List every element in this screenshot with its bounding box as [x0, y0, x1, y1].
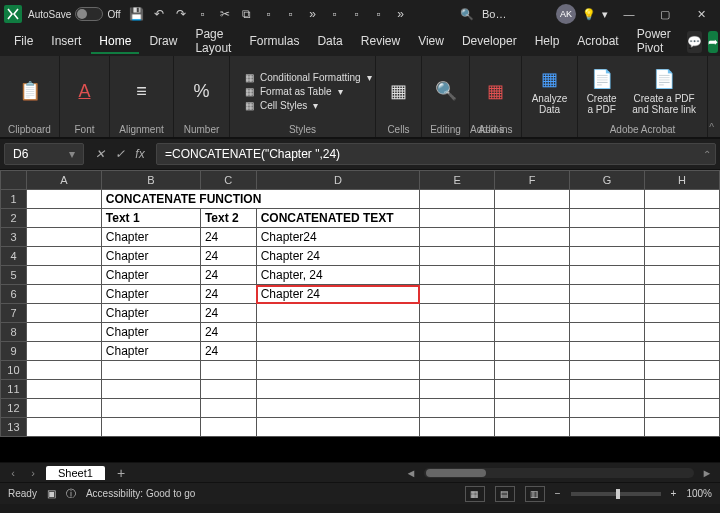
cell[interactable]	[570, 323, 645, 342]
col-header[interactable]: H	[645, 171, 720, 190]
cell[interactable]	[420, 247, 495, 266]
cell[interactable]: Chapter	[101, 266, 200, 285]
search-icon[interactable]: 🔍	[460, 8, 474, 21]
qat-icon[interactable]: ▫	[347, 4, 367, 24]
create-pdf-share-button[interactable]: 📄Create a PDF and Share link	[627, 67, 701, 115]
cell[interactable]	[645, 209, 720, 228]
cell[interactable]	[570, 418, 645, 437]
menu-file[interactable]: File	[6, 30, 41, 54]
cell[interactable]: 24	[200, 323, 256, 342]
scroll-left-icon[interactable]: ◄	[404, 467, 418, 479]
cell[interactable]	[26, 209, 101, 228]
ribbon-collapse-icon[interactable]: ^	[709, 122, 714, 133]
cut-icon[interactable]: ✂	[215, 4, 235, 24]
cell[interactable]	[570, 399, 645, 418]
cell[interactable]	[645, 361, 720, 380]
cell[interactable]	[495, 361, 570, 380]
cell[interactable]	[645, 304, 720, 323]
macro-record-icon[interactable]: ▣	[47, 488, 56, 499]
row-header[interactable]: 7	[1, 304, 27, 323]
cell[interactable]	[26, 247, 101, 266]
cell[interactable]	[570, 266, 645, 285]
cell[interactable]: 24	[200, 247, 256, 266]
cell[interactable]: Chapter	[101, 228, 200, 247]
col-header[interactable]: G	[570, 171, 645, 190]
qat-icon[interactable]: ▫	[259, 4, 279, 24]
formula-bar[interactable]: =CONCATENATE("Chapter ",24) ⌃	[156, 143, 716, 165]
row-header[interactable]: 13	[1, 418, 27, 437]
row-header[interactable]: 5	[1, 266, 27, 285]
spreadsheet-grid[interactable]: A B C D E F G H 1 CONCATENATE FUNCTION 2…	[0, 170, 720, 462]
cell[interactable]	[26, 190, 101, 209]
alignment-button[interactable]: ≡	[130, 79, 154, 103]
scroll-right-icon[interactable]: ►	[700, 467, 714, 479]
cell[interactable]: Chapter24	[256, 228, 420, 247]
cell[interactable]	[256, 323, 420, 342]
cell[interactable]	[495, 285, 570, 304]
cell[interactable]	[570, 304, 645, 323]
cell[interactable]	[420, 323, 495, 342]
menu-developer[interactable]: Developer	[454, 30, 525, 54]
cell[interactable]	[495, 266, 570, 285]
share-button[interactable]: ➦	[708, 31, 718, 53]
cell[interactable]: Chapter 24	[256, 247, 420, 266]
col-header[interactable]: D	[256, 171, 420, 190]
cell[interactable]	[26, 361, 101, 380]
menu-data[interactable]: Data	[309, 30, 350, 54]
cell[interactable]	[26, 304, 101, 323]
cell[interactable]: Chapter	[101, 342, 200, 361]
cell[interactable]	[570, 209, 645, 228]
font-button[interactable]: A	[73, 79, 97, 103]
cell[interactable]	[256, 380, 420, 399]
row-header[interactable]: 12	[1, 399, 27, 418]
cells-button[interactable]: ▦	[387, 79, 411, 103]
cell[interactable]: 24	[200, 266, 256, 285]
cell[interactable]	[645, 399, 720, 418]
lightbulb-icon[interactable]: 💡	[582, 8, 596, 21]
format-as-table-button[interactable]: ▦Format as Table▾	[240, 85, 374, 98]
avatar[interactable]: AK	[556, 4, 576, 24]
menu-formulas[interactable]: Formulas	[241, 30, 307, 54]
menu-insert[interactable]: Insert	[43, 30, 89, 54]
name-box[interactable]: D6 ▾	[4, 143, 84, 165]
save-icon[interactable]: 💾	[127, 4, 147, 24]
zoom-slider[interactable]	[571, 492, 661, 496]
cell[interactable]	[420, 380, 495, 399]
undo-icon[interactable]: ↶	[149, 4, 169, 24]
expand-formula-icon[interactable]: ⌃	[703, 149, 711, 160]
row-header[interactable]: 11	[1, 380, 27, 399]
cell[interactable]	[26, 228, 101, 247]
cell[interactable]	[101, 418, 200, 437]
select-all-button[interactable]	[1, 171, 27, 190]
add-sheet-button[interactable]: +	[111, 465, 131, 481]
sheet-tab[interactable]: Sheet1	[46, 466, 105, 480]
col-header[interactable]: C	[200, 171, 256, 190]
overflow-icon[interactable]: »	[303, 4, 323, 24]
cell[interactable]	[570, 285, 645, 304]
cell[interactable]	[101, 399, 200, 418]
overflow-icon[interactable]: »	[391, 4, 411, 24]
cell[interactable]	[26, 380, 101, 399]
cell[interactable]: Chapter	[101, 285, 200, 304]
cell[interactable]	[495, 323, 570, 342]
cell[interactable]: Text 1	[101, 209, 200, 228]
cell[interactable]	[420, 418, 495, 437]
copy-icon[interactable]: ⧉	[237, 4, 257, 24]
redo-icon[interactable]: ↷	[171, 4, 191, 24]
cell[interactable]: Chapter	[101, 247, 200, 266]
cell[interactable]	[26, 285, 101, 304]
cell[interactable]	[495, 247, 570, 266]
cell[interactable]	[570, 190, 645, 209]
cell[interactable]	[101, 361, 200, 380]
chevron-down-icon[interactable]: ▾	[69, 147, 75, 161]
cell[interactable]	[570, 247, 645, 266]
editing-button[interactable]: 🔍	[434, 79, 458, 103]
cell[interactable]	[570, 361, 645, 380]
cell[interactable]	[570, 342, 645, 361]
row-header[interactable]: 2	[1, 209, 27, 228]
cell[interactable]	[420, 304, 495, 323]
conditional-formatting-button[interactable]: ▦Conditional Formatting▾	[240, 71, 374, 84]
cancel-formula-icon[interactable]: ✕	[92, 147, 108, 161]
menu-review[interactable]: Review	[353, 30, 408, 54]
cell[interactable]	[420, 342, 495, 361]
